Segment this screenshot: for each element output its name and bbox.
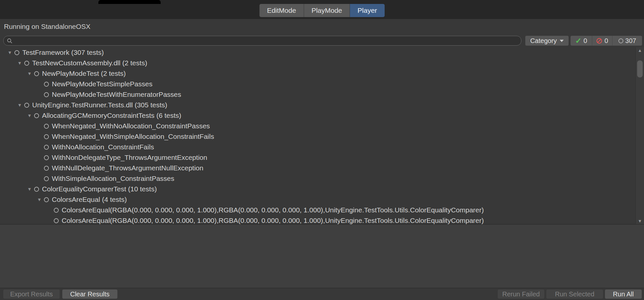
footer-bar: Export Results Clear Results Rerun Faile… [0,288,644,300]
test-status-icon [24,61,29,66]
tree-row-label: NewPlayModeTestWithEnumeratorPasses [52,91,181,98]
test-status-icon [34,113,39,118]
disclosure-triangle-icon[interactable]: ▼ [35,197,44,202]
tree-scrollbar[interactable]: ▲ ▼ [635,47,644,224]
tab-player-label: Player [357,7,377,14]
tree-row[interactable]: NewPlayModeTestWithEnumeratorPasses [0,89,635,100]
test-status-icon [44,92,49,97]
test-status-icon [34,71,39,76]
tree-row-label: WithNoAllocation_ConstraintFails [52,143,154,151]
disclosure-triangle-icon[interactable]: ▼ [25,113,34,118]
result-filter-group: ✓ 0 0 307 [571,36,642,46]
disclosure-triangle-icon[interactable]: ▼ [15,102,24,108]
test-status-icon [14,50,19,55]
clear-results-button[interactable]: Clear Results [62,289,117,299]
disclosure-triangle-icon[interactable]: ▼ [25,186,34,192]
test-status-icon [44,176,49,181]
tree-row[interactable]: WithNonDelegateType_ThrowsArgumentExcept… [0,152,635,163]
tree-row[interactable]: WithNoAllocation_ConstraintFails [0,142,635,152]
tree-row[interactable]: ▼AllocatingGCMemoryConstraintTests (6 te… [0,110,635,121]
passed-filter-toggle[interactable]: ✓ 0 [571,36,592,46]
tree-row-label: UnityEngine.TestRunner.Tests.dll (305 te… [32,101,167,109]
tree-row-label: ColorsAreEqual(RGBA(0.000, 0.000, 0.000,… [62,217,484,224]
test-status-icon [54,208,59,213]
tree-row[interactable]: WithNullDelegate_ThrowsArgumentNullExcep… [0,163,635,173]
tree-row-label: NewPlayModeTest (2 tests) [42,70,126,77]
test-status-icon [44,155,49,160]
subheader: Running on StandaloneOSX [0,19,644,34]
tree-row-label: ColorEqualityComparerTest (10 tests) [42,185,157,193]
fail-icon [596,38,602,44]
test-status-icon [44,82,49,87]
chevron-down-icon [560,40,564,42]
tab-player[interactable]: Player [350,4,385,17]
tree-row-label: WithNullDelegate_ThrowsArgumentNullExcep… [52,164,203,172]
tab-playmode[interactable]: PlayMode [304,4,350,17]
window-tab[interactable] [98,0,161,4]
test-tree: ▼TestFramework (307 tests)▼TestNewCustom… [0,47,635,224]
tab-editmode-label: EditMode [267,7,296,14]
tree-row-label: ColorsAreEqual(RGBA(0.000, 0.000, 0.000,… [62,206,484,214]
tree-row-label: TestNewCustomAssembly.dll (2 tests) [32,59,147,67]
tree-row[interactable]: ▼ColorsAreEqual (4 tests) [0,194,635,205]
tree-row-label: WithSimpleAllocation_ConstraintPasses [52,175,174,182]
test-status-icon [44,166,49,171]
test-status-icon [44,197,49,202]
tree-row[interactable]: ▼NewPlayModeTest (2 tests) [0,68,635,79]
search-field[interactable] [3,36,521,46]
filter-row: Category ✓ 0 0 307 [0,34,644,47]
tree-row-label: WhenNegated_WithNoAllocation_ConstraintP… [52,122,210,130]
tree-row[interactable]: ▼TestFramework (307 tests) [0,47,635,58]
running-on-label: Running on StandaloneOSX [4,19,91,34]
search-input[interactable] [15,37,518,44]
test-status-icon [44,145,49,150]
tree-row-label: AllocatingGCMemoryConstraintTests (6 tes… [42,112,181,119]
tree-row-label: TestFramework (307 tests) [22,49,104,56]
search-icon [7,38,12,44]
tree-row[interactable]: NewPlayModeTestSimplePasses [0,79,635,89]
tree-row-label: NewPlayModeTestSimplePasses [52,80,152,88]
not-run-count: 307 [625,37,636,45]
passed-count: 0 [584,37,587,45]
tree-row-label: WhenNegated_WithSimpleAllocation_Constra… [52,133,214,140]
category-dropdown[interactable]: Category [525,36,569,46]
tab-editmode[interactable]: EditMode [259,4,304,17]
tree-row[interactable]: ▼UnityEngine.TestRunner.Tests.dll (305 t… [0,100,635,110]
disclosure-triangle-icon[interactable]: ▼ [15,60,24,66]
mode-tab-group: EditMode PlayMode Player [259,4,385,17]
run-selected-button[interactable]: Run Selected [546,289,603,299]
tab-playmode-label: PlayMode [312,7,342,14]
test-status-icon [24,103,29,108]
tree-row[interactable]: WhenNegated_WithSimpleAllocation_Constra… [0,131,635,142]
tree-row[interactable]: ▼ColorEqualityComparerTest (10 tests) [0,184,635,194]
scroll-down-icon[interactable]: ▼ [636,219,644,224]
pass-check-icon: ✓ [575,37,581,45]
disclosure-triangle-icon[interactable]: ▼ [25,71,34,76]
tree-row-label: WithNonDelegateType_ThrowsArgumentExcept… [52,154,207,161]
tree-row-label: ColorsAreEqual (4 tests) [52,196,127,204]
tree-row[interactable]: WhenNegated_WithNoAllocation_ConstraintP… [0,121,635,131]
test-status-icon [54,218,59,223]
not-run-icon [618,38,623,43]
tree-row[interactable]: WithSimpleAllocation_ConstraintPasses [0,173,635,184]
rerun-failed-button[interactable]: Rerun Failed [498,289,544,299]
category-label: Category [530,37,557,45]
scrollbar-thumb[interactable] [637,60,643,77]
scroll-up-icon[interactable]: ▲ [636,48,644,53]
test-runner-window: EditMode PlayMode Player Running on Stan… [0,0,644,300]
test-status-icon [44,124,49,129]
export-results-button[interactable]: Export Results [3,289,60,299]
test-status-icon [44,134,49,139]
tree-row[interactable]: ColorsAreEqual(RGBA(0.000, 0.000, 0.000,… [0,205,635,215]
title-bar: EditMode PlayMode Player [0,0,644,19]
tree-row[interactable]: ▼TestNewCustomAssembly.dll (2 tests) [0,58,635,68]
notrun-filter-toggle[interactable]: 307 [613,36,642,46]
disclosure-triangle-icon[interactable]: ▼ [5,50,14,55]
failed-filter-toggle[interactable]: 0 [592,36,613,46]
tree-row[interactable]: ColorsAreEqual(RGBA(0.000, 0.000, 0.000,… [0,215,635,224]
run-all-button[interactable]: Run All [605,289,642,299]
failed-count: 0 [604,37,608,45]
test-result-details-panel [0,224,644,288]
test-status-icon [34,187,39,192]
